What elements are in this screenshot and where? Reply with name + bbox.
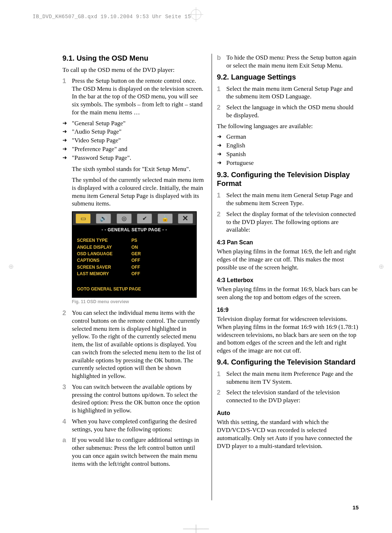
intro-text: To call up the OSD menu of the DVD playe…: [62, 66, 205, 74]
step-text: Select the language in which the OSD men…: [226, 103, 360, 119]
osd-row: SCREEN TYPEPS: [77, 238, 192, 243]
step-a: a If you would like to configure additio…: [62, 436, 205, 468]
list-item: ➜Portuguese: [217, 159, 360, 167]
left-column: 9.1. Using the OSD Menu To call up the O…: [62, 54, 205, 500]
step-b: b To hide the OSD menu: Press the Setup …: [217, 54, 360, 70]
exit-icon: ✕: [178, 213, 193, 224]
video-setup-icon: ◎: [117, 213, 132, 224]
step-text: Select the main menu item General Setup …: [226, 85, 360, 101]
list-item: ➜German: [217, 133, 360, 141]
arrow-icon: ➜: [62, 119, 72, 127]
step-number: 2: [217, 210, 226, 234]
list-item: ➜English: [217, 142, 360, 150]
figure-caption: Fig. 11 OSD menu overview: [72, 299, 205, 305]
tv-step-1: 1 Select the main menu item General Setu…: [217, 191, 360, 207]
letterbox-text: When playing films in the format 16:9, b…: [217, 285, 360, 301]
step-text: You can switch between the available opt…: [72, 383, 205, 415]
list-item: ➜"Video Setup Page": [62, 137, 205, 145]
text-169: Television display format for widescreen…: [217, 315, 360, 355]
lang-step-1: 1 Select the main menu item General Setu…: [217, 85, 360, 101]
heading-letterbox: 4:3 Letterbox: [217, 277, 360, 284]
step-4: 4 When you have completed configuring th…: [62, 418, 205, 434]
osd-icon-bar: ▭ 🔊 ◎ ✔ 🔒 ✕: [73, 212, 196, 225]
heading-9-2: 9.2. Language Settings: [217, 73, 360, 81]
step-text: You can select the individual menu items…: [72, 309, 205, 380]
step-number: 1: [217, 191, 226, 207]
step-number: 1: [62, 77, 72, 117]
language-list: ➜German ➜English ➜Spanish ➜Portuguese: [217, 133, 360, 167]
step-number: 4: [62, 418, 72, 434]
step-text: Select the display format of the televis…: [226, 210, 360, 234]
heading-9-4: 9.4. Configuring the Television Standard: [217, 358, 360, 366]
osd-goto-line: GOTO GENERAL SETUP PAGE: [77, 286, 192, 292]
osd-row: OSD LANGUAGEGER: [77, 251, 192, 257]
symbol-note: The symbol of the currently selected mai…: [72, 176, 205, 208]
general-setup-icon: ▭: [75, 213, 91, 224]
heading-9-3: 9.3. Configuring the Television Display …: [217, 170, 360, 188]
arrow-icon: ➜: [217, 133, 226, 141]
step-text: When you have completed configuring the …: [72, 418, 205, 434]
preference-icon: ✔: [137, 213, 152, 224]
list-item: ➜"Audio Setup Page": [62, 128, 205, 136]
list-item: ➜Spanish: [217, 150, 360, 158]
step-1: 1 Press the Setup button on the remote c…: [62, 77, 205, 117]
audio-setup-icon: 🔊: [96, 213, 111, 224]
heading-9-1: 9.1. Using the OSD Menu: [62, 54, 205, 62]
password-icon: 🔒: [158, 213, 173, 224]
osd-row: SCREEN SAVEROFF: [77, 265, 192, 270]
column-separator: [212, 54, 212, 500]
step-text: Press the Setup button on the remote con…: [72, 77, 205, 117]
step-number: a: [62, 436, 72, 468]
step-text: To hide the OSD menu: Press the Setup bu…: [226, 54, 360, 70]
arrow-icon: ➜: [62, 145, 72, 153]
std-step-2: 2 Select the television standard of the …: [217, 388, 360, 404]
step-2: 2 You can select the individual menu ite…: [62, 309, 205, 380]
right-crop-mark: ⊕: [376, 259, 387, 274]
page-content: 9.1. Using the OSD Menu To call up the O…: [62, 54, 359, 500]
right-column: b To hide the OSD menu: Press the Setup …: [217, 54, 360, 500]
languages-available-text: The following languages are available:: [217, 122, 360, 130]
pan-scan-text: When playing films in the format 16:9, t…: [217, 248, 360, 271]
arrow-icon: ➜: [62, 128, 72, 136]
tv-step-2: 2 Select the display format of the telev…: [217, 210, 360, 234]
list-item: ➜"General Setup Page": [62, 119, 205, 127]
osd-row: ANGLE DISPLAYON: [77, 245, 192, 250]
osd-row: CAPTIONSOFF: [77, 258, 192, 263]
step-3: 3 You can switch between the available o…: [62, 383, 205, 415]
osd-body: SCREEN TYPEPS ANGLE DISPLAYON OSD LANGUA…: [73, 235, 196, 297]
std-step-1: 1 Select the main menu item Preference P…: [217, 370, 360, 386]
lang-step-2: 2 Select the language in which the OSD m…: [217, 103, 360, 119]
left-crop-mark: ⊕: [5, 259, 16, 274]
osd-row: LAST MEMORYOFF: [77, 271, 192, 277]
arrow-icon: ➜: [217, 142, 226, 150]
step-number: b: [217, 54, 226, 70]
step-number: 2: [217, 388, 226, 404]
arrow-icon: ➜: [62, 137, 72, 145]
step-text: Select the main menu item General Setup …: [226, 191, 360, 207]
menu-items-list: ➜"General Setup Page" ➜"Audio Setup Page…: [62, 119, 205, 162]
arrow-icon: ➜: [217, 150, 226, 158]
heading-pan-scan: 4:3 Pan Scan: [217, 239, 360, 246]
arrow-icon: ➜: [217, 159, 226, 167]
step-number: 2: [217, 103, 226, 119]
list-item: ➜"Preference Page" and: [62, 145, 205, 153]
heading-auto: Auto: [217, 410, 360, 417]
page-number: 15: [352, 504, 359, 510]
bottom-crop-mark: ──┼──: [183, 525, 209, 533]
heading-169: 16:9: [217, 306, 360, 314]
step-text: Select the television standard of the te…: [226, 388, 360, 404]
step-number: 2: [62, 309, 72, 380]
step-number: 1: [217, 85, 226, 101]
arrow-icon: ➜: [62, 154, 72, 162]
step-text: Select the main menu item Preference Pag…: [226, 370, 360, 386]
header-slug: IB_DVD_KH6507_GB.qxd 19.10.2004 9:53 Uhr…: [33, 14, 191, 20]
list-item: ➜"Password Setup Page".: [62, 154, 205, 162]
step-number: 3: [62, 383, 72, 415]
osd-title: - - GENERAL SETUP PAGE - -: [73, 225, 196, 235]
sixth-symbol-note: The sixth symbol stands for "Exit Setup …: [72, 165, 205, 173]
step-number: 1: [217, 370, 226, 386]
auto-text: With this setting, the standard with whi…: [217, 418, 360, 450]
osd-menu-figure: ▭ 🔊 ◎ ✔ 🔒 ✕ - - GENERAL SETUP PAGE - - S…: [72, 211, 197, 298]
step-text: If you would like to configure additiona…: [72, 436, 205, 468]
